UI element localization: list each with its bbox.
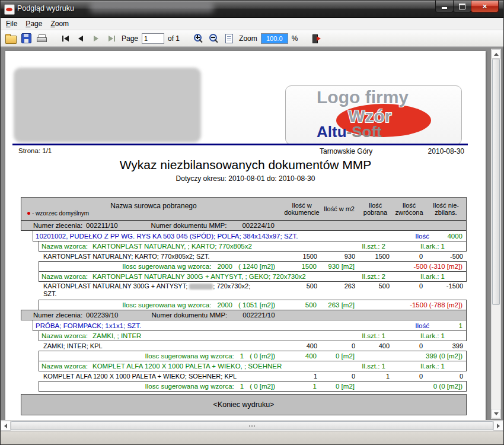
scroll-right-button[interactable] — [493, 421, 503, 431]
detail-m2: 263 — [321, 282, 359, 290]
window-bottom-frame — [1, 431, 503, 445]
suggested-label: Ilosc sugerowana wg wzorca: — [145, 352, 234, 360]
detail-name: KARTONPLAST NATURALNY; KARTO; 770x805x2;… — [41, 253, 284, 260]
print-preview-window: Podgląd wydruku × File Page Zoom Page of… — [0, 0, 504, 445]
horizontal-scroll-thumb[interactable] — [11, 421, 493, 430]
last-page-button[interactable] — [105, 32, 118, 45]
close-button[interactable]: × — [471, 1, 499, 12]
detail-row: KARTONPLAST NATURALNY; KARTO; 770x805x2;… — [41, 252, 467, 261]
detail-niezbilans: 0 — [426, 373, 467, 380]
order-label: Numer zlecenia: — [33, 222, 82, 229]
thumb-grip-icon — [254, 425, 255, 427]
percent-label: % — [292, 34, 298, 43]
redacted-text — [189, 284, 213, 290]
pattern-ark: 1 — [441, 243, 445, 250]
suggested-m2-total: ( 0 [m2]) — [250, 383, 275, 390]
detail-doc: 1500 — [284, 253, 321, 260]
redacted-company-block — [14, 68, 201, 142]
suggested-label: Ilosc sugerowana wg wzorca: — [122, 263, 211, 270]
detail-name: KARTONPLAST NATURALNY 300G + ANTYSYT; ; … — [41, 282, 284, 298]
fit-page-button[interactable] — [222, 32, 235, 45]
menu-page[interactable]: Page — [21, 18, 46, 29]
page-of-label: of 1 — [168, 34, 180, 43]
pattern-name: KARTONPLAST NATURALNY, ; KARTO; 770x805x… — [92, 243, 252, 250]
document-number: 002221/10 — [243, 312, 275, 319]
scroll-left-button[interactable] — [1, 421, 11, 431]
item-name: 10201002, PUDEŁKO Z PP WG. RYS KA 503 04… — [33, 233, 415, 240]
maximize-button[interactable] — [453, 1, 471, 12]
suggested-balance: 399 (0 [m2]) — [393, 352, 466, 360]
menu-file[interactable]: File — [2, 18, 21, 29]
detail-pobrana: 500 — [359, 282, 393, 290]
default-pattern-bullet-icon — [27, 212, 30, 215]
item-row: 10201002, PUDEŁKO Z PP WG. RYS KA 503 04… — [33, 230, 467, 241]
page-label: Page — [122, 34, 138, 43]
item-qty: 4000 — [435, 233, 466, 240]
suggested-row: Ilosc sugerowana wg wzorca: 1 ( 0 [m2]) … — [39, 381, 467, 392]
scroll-up-button[interactable] — [492, 49, 500, 59]
prev-page-button[interactable] — [74, 32, 87, 45]
col-header-doc: Ilość w dokumencie — [283, 198, 320, 220]
vertical-scroll-track[interactable] — [492, 59, 500, 409]
city-label: Tarnowskie Góry — [320, 147, 372, 155]
suggested-label: Ilosc sugerowana wg wzorca: — [122, 301, 211, 309]
vertical-scroll-thumb[interactable] — [492, 59, 500, 305]
zoom-value-input[interactable] — [261, 33, 288, 44]
page-number-input[interactable] — [142, 33, 164, 44]
window-title: Podgląd wydruku — [17, 4, 74, 12]
thumb-grip-icon — [249, 425, 250, 427]
open-folder-icon — [5, 36, 17, 44]
menubar: File Page Zoom — [1, 18, 503, 30]
app-icon[interactable] — [4, 4, 15, 15]
item-qty: 1 — [435, 322, 466, 329]
logo-text-line1: Logo firmy — [317, 87, 409, 107]
detail-pobrana: 1 — [359, 373, 393, 380]
suggested-qty: 2000 — [217, 263, 232, 270]
detail-niezbilans: -500 — [426, 253, 467, 260]
document-number: 002224/10 — [242, 222, 274, 229]
col-header-niezbilans: Ilość nie-zbilans. — [426, 198, 466, 220]
close-icon: × — [483, 1, 487, 11]
report-date: 2010-08-30 — [428, 147, 464, 155]
horizontal-scrollbar[interactable] — [1, 420, 503, 431]
printer-icon — [37, 34, 47, 43]
pattern-name: KARTONPLAST NATURALNY 300G + ANTYSYT, ; … — [92, 273, 306, 280]
detail-m2: 0 — [321, 373, 359, 380]
minimize-button[interactable] — [435, 1, 454, 12]
vertical-scrollbar[interactable] — [491, 49, 501, 419]
suggested-balance: -1500 (-788 [m2]) — [393, 301, 466, 309]
window-controls: × — [436, 1, 499, 12]
pattern-row: Nazwa wzorca:ZAMKI, ; INTER Il.szt.: 1 I… — [39, 330, 467, 341]
arrow-down-icon — [494, 412, 499, 415]
col-header-zwrocona: Ilość zwrócona — [393, 198, 426, 220]
order-label: Numer zlecenia: — [33, 312, 82, 319]
fit-page-icon — [225, 34, 233, 43]
detail-niezbilans: 399 — [426, 342, 467, 349]
suggested-m2-total: ( 1240 [m2]) — [238, 263, 275, 270]
redacted-blur — [90, 2, 214, 13]
pattern-ark: 1 — [441, 332, 445, 339]
first-page-button[interactable] — [59, 32, 72, 45]
first-page-icon — [62, 36, 69, 42]
open-button[interactable] — [4, 32, 17, 45]
arrow-right-icon — [497, 424, 500, 428]
titlebar: Podgląd wydruku × — [1, 1, 503, 18]
report-info-row: Strona: 1/1 Tarnowskie Góry 2010-08-30 — [5, 147, 486, 156]
detail-name: KOMPLET ALFA 1200 X 1000 PALETA + WIEKO;… — [41, 373, 284, 380]
zoom-out-icon — [209, 33, 219, 43]
detail-pobrana: 400 — [359, 342, 393, 349]
thumb-grip-icon — [251, 425, 253, 427]
logo-brand: Altu-Soft — [317, 123, 382, 141]
zoom-in-button[interactable] — [192, 32, 205, 45]
next-page-button[interactable] — [90, 32, 103, 45]
zoom-out-button[interactable] — [207, 32, 220, 45]
close-preview-button[interactable] — [310, 32, 323, 45]
suggested-balance: 0 (0 [m2]) — [393, 383, 466, 390]
pattern-row: Nazwa wzorca:KOMPLET ALFA 1200 X 1000 PA… — [39, 361, 467, 371]
save-button[interactable] — [20, 32, 33, 45]
detail-zwrocona: 0 — [393, 373, 426, 380]
scroll-down-button[interactable] — [492, 409, 500, 418]
suggested-qty: 1 — [240, 352, 244, 360]
print-button[interactable] — [35, 32, 48, 45]
menu-zoom[interactable]: Zoom — [46, 18, 73, 29]
